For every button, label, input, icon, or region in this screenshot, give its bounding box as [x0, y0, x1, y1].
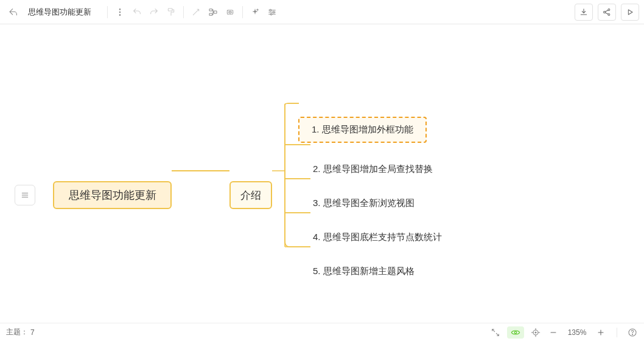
mindmap-canvas[interactable]: 思维导图功能更新 介绍 1. 思维导图增加外框功能 2. 思维导图增加全局查找替…	[0, 24, 644, 323]
document-title[interactable]: 思维导图功能更新	[28, 7, 91, 18]
location-button[interactable]	[530, 327, 541, 338]
undo-button[interactable]	[128, 4, 145, 21]
svg-point-20	[535, 332, 536, 333]
zoom-out-button[interactable]	[547, 326, 559, 339]
top-toolbar: 思维导图功能更新	[0, 0, 644, 24]
svg-rect-4	[209, 9, 212, 10]
toolbar-right	[575, 4, 639, 21]
boundary-button[interactable]	[222, 4, 239, 21]
svg-point-10	[273, 11, 275, 13]
mindmap-leaf-node[interactable]: 4. 思维导图底栏支持节点数统计	[313, 232, 442, 243]
mindmap-leaf-node[interactable]: 1. 思维导图增加外框功能	[298, 117, 427, 143]
separator	[242, 6, 243, 18]
topic-count-value: 7	[30, 328, 35, 337]
share-button[interactable]	[598, 4, 616, 21]
svg-rect-6	[214, 11, 217, 13]
zoom-level[interactable]: 135%	[565, 328, 589, 337]
outline-toggle-button[interactable]	[15, 185, 35, 205]
back-button[interactable]	[5, 4, 22, 21]
status-bar: 主题： 7 135%	[0, 323, 644, 341]
adjustments-button[interactable]	[264, 4, 281, 21]
svg-point-2	[119, 14, 121, 15]
mindmap-branch-node[interactable]: 介绍	[229, 181, 272, 209]
svg-point-22	[632, 334, 632, 334]
more-button[interactable]	[111, 4, 128, 21]
svg-point-18	[514, 331, 516, 333]
mindmap-leaf-node[interactable]: 3. 思维导图全新浏览视图	[313, 198, 415, 209]
separator	[617, 328, 617, 337]
mindmap-root-node[interactable]: 思维导图功能更新	[53, 181, 172, 209]
mindmap-leaf-node[interactable]: 2. 思维导图增加全局查找替换	[313, 164, 433, 175]
redo-button[interactable]	[145, 4, 163, 21]
svg-point-1	[119, 12, 121, 13]
fit-screen-button[interactable]	[490, 327, 501, 338]
svg-rect-3	[168, 9, 172, 11]
format-paint-button[interactable]	[163, 4, 180, 21]
status-right: 135%	[490, 326, 638, 339]
play-button[interactable]	[621, 4, 639, 21]
mindmap-leaf-node[interactable]: 5. 思维导图新增主题风格	[313, 266, 415, 277]
add-node-button[interactable]	[205, 4, 222, 21]
separator	[183, 6, 184, 18]
topic-count-label: 主题：	[6, 327, 28, 337]
svg-rect-7	[227, 10, 233, 14]
status-left: 主题： 7	[6, 327, 35, 337]
separator	[107, 6, 108, 18]
toolbar-center	[103, 4, 281, 21]
toolbar-left: 思维导图功能更新	[5, 4, 91, 21]
help-button[interactable]	[627, 327, 638, 338]
pointer-button[interactable]	[187, 4, 205, 21]
svg-rect-5	[209, 13, 212, 15]
download-button[interactable]	[575, 4, 593, 21]
svg-point-11	[270, 13, 272, 15]
svg-point-0	[119, 9, 121, 10]
svg-rect-8	[229, 11, 231, 13]
ai-sparkle-button[interactable]	[247, 4, 264, 21]
preview-mode-button[interactable]	[507, 326, 524, 339]
zoom-in-button[interactable]	[595, 326, 607, 339]
svg-point-9	[270, 9, 271, 11]
